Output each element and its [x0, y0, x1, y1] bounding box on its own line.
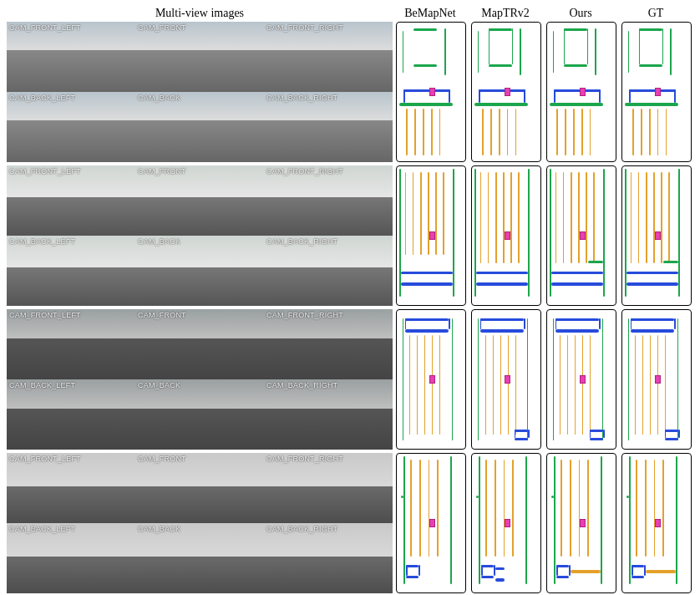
lane-divider-line: [571, 570, 601, 572]
camera-image-placeholder: [135, 379, 264, 450]
camera-image-bl: CAM_BACK_LEFT: [7, 92, 135, 162]
lane-divider-line: [485, 460, 487, 557]
ego-vehicle-icon: [655, 231, 661, 240]
lane-divider-line: [417, 335, 418, 435]
camera-image-placeholder: [264, 22, 393, 92]
camera-image-placeholder: [7, 453, 135, 523]
lane-divider-line: [665, 335, 667, 435]
lane-divider-line: [657, 109, 659, 155]
ped-crossing-line: [556, 565, 558, 576]
ped-crossing-line: [674, 318, 676, 329]
ped-crossing-line: [515, 430, 528, 432]
camera-image-bl: CAM_BACK_LEFT: [7, 523, 135, 593]
camera-image-placeholder: [135, 236, 264, 306]
boundary-line: [413, 64, 437, 67]
ped-crossing-line: [626, 272, 678, 274]
bev-map-ours: [546, 22, 616, 162]
ped-crossing-line: [405, 318, 449, 321]
lane-divider-line: [650, 335, 652, 435]
camera-image-fr: CAM_FRONT_RIGHT: [264, 309, 393, 379]
map-col-ours: [543, 309, 618, 450]
ped-crossing-line: [406, 565, 408, 576]
lane-divider-line: [435, 172, 437, 256]
boundary-line: [512, 28, 514, 64]
bev-map-gt: [621, 453, 692, 593]
ped-crossing-line: [626, 282, 678, 285]
ego-vehicle-icon: [655, 519, 661, 527]
ped-crossing-line: [555, 318, 599, 321]
boundary-line: [595, 28, 596, 75]
lane-divider-line: [495, 172, 497, 264]
lane-divider-line: [586, 172, 587, 264]
camera-image-placeholder: [7, 236, 135, 306]
lane-divider-line: [507, 109, 509, 155]
camera-label: CAM_BACK_RIGHT: [266, 525, 337, 533]
camera-image-placeholder: [264, 309, 393, 379]
map-col-gt: [618, 22, 693, 162]
camera-image-placeholder: [264, 165, 393, 236]
scene-row: CAM_FRONT_LEFTCAM_FRONTCAM_FRONT_RIGHTCA…: [7, 165, 693, 306]
lane-divider-line: [493, 335, 495, 435]
ego-vehicle-icon: [505, 231, 510, 240]
camera-label: CAM_BACK_LEFT: [9, 381, 75, 389]
bev-map-bemapnet: [396, 165, 466, 306]
ped-crossing-line: [665, 438, 678, 440]
ego-vehicle-icon: [505, 88, 510, 96]
boundary-line: [474, 103, 528, 105]
ped-crossing-line: [632, 576, 644, 578]
bev-map-ours: [546, 453, 616, 593]
ego-vehicle-icon: [655, 88, 661, 96]
lane-divider-line: [571, 172, 572, 264]
lane-divider-line: [439, 109, 441, 155]
column-headers: Multi-view images BeMapNet MapTRv2 Ours …: [7, 7, 693, 20]
multiview-block: CAM_FRONT_LEFTCAM_FRONTCAM_FRONT_RIGHTCA…: [7, 165, 393, 306]
ped-crossing-line: [590, 438, 603, 440]
camera-label: CAM_BACK_LEFT: [9, 237, 75, 246]
boundary-line: [489, 28, 512, 31]
lane-divider-line: [662, 460, 664, 557]
camera-image-f: CAM_FRONT: [135, 453, 264, 523]
camera-image-fr: CAM_FRONT_RIGHT: [264, 453, 393, 523]
boundary-line: [628, 318, 630, 440]
camera-label: CAM_FRONT_LEFT: [9, 311, 81, 319]
ped-crossing-line: [632, 565, 644, 567]
lane-divider-line: [510, 172, 512, 264]
boundary-line: [601, 456, 602, 584]
camera-image-placeholder: [7, 22, 135, 92]
map-col-gt: [618, 165, 693, 306]
bev-map-maptrv2: [471, 22, 541, 162]
boundary-line: [564, 64, 587, 67]
camera-image-b: CAM_BACK: [135, 523, 264, 593]
scene-row: CAM_FRONT_LEFTCAM_FRONTCAM_FRONT_RIGHTCA…: [7, 22, 693, 162]
ego-vehicle-icon: [505, 519, 510, 527]
header-gt: GT: [618, 7, 693, 20]
lane-divider-line: [661, 172, 662, 264]
boundary-line: [554, 456, 555, 584]
map-col-gt: [618, 453, 693, 593]
boundary-line: [564, 28, 587, 31]
map-col-maptrv2: [468, 309, 543, 450]
ped-crossing-line: [495, 578, 505, 581]
boundary-line: [525, 456, 527, 584]
lane-divider-line: [409, 335, 411, 435]
boundary-line: [528, 169, 530, 297]
ped-crossing-line: [528, 430, 530, 438]
ped-crossing-line: [551, 272, 603, 274]
camera-image-b: CAM_BACK: [135, 92, 264, 162]
ego-vehicle-icon: [655, 375, 661, 384]
lane-divider-line: [649, 109, 651, 155]
lane-divider-line: [495, 460, 496, 557]
lane-divider-line: [429, 460, 430, 557]
map-col-ours: [543, 165, 618, 306]
ego-vehicle-icon: [580, 88, 586, 96]
bev-map-maptrv2: [471, 453, 541, 593]
map-col-bemapnet: [393, 309, 468, 450]
camera-image-bl: CAM_BACK_LEFT: [7, 379, 135, 450]
camera-image-placeholder: [135, 523, 264, 593]
lane-divider-line: [518, 172, 520, 264]
map-col-maptrv2: [468, 453, 543, 593]
lane-divider-line: [414, 109, 416, 155]
map-col-bemapnet: [393, 165, 468, 306]
lane-divider-line: [587, 460, 589, 557]
camera-label: CAM_BACK_RIGHT: [266, 94, 337, 102]
